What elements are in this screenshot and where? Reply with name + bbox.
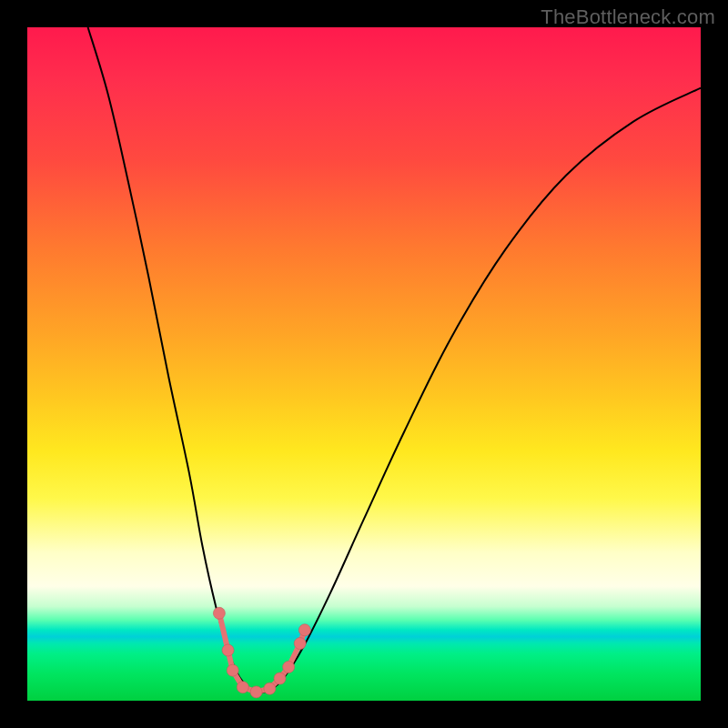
residual-point — [222, 644, 234, 656]
chart-frame: TheBottleneck.com — [0, 0, 728, 728]
watermark-text: TheBottleneck.com — [541, 5, 715, 29]
residual-point — [250, 686, 262, 698]
residual-markers — [213, 607, 310, 698]
residual-point — [298, 624, 310, 636]
residual-point — [274, 672, 286, 684]
residual-point — [227, 664, 238, 676]
chart-overlay — [27, 27, 701, 701]
residual-point — [213, 607, 225, 619]
residual-point — [264, 682, 276, 694]
residual-point — [294, 638, 306, 650]
bottleneck-curve — [88, 27, 701, 693]
residual-point — [283, 662, 295, 673]
residual-point — [237, 682, 248, 693]
